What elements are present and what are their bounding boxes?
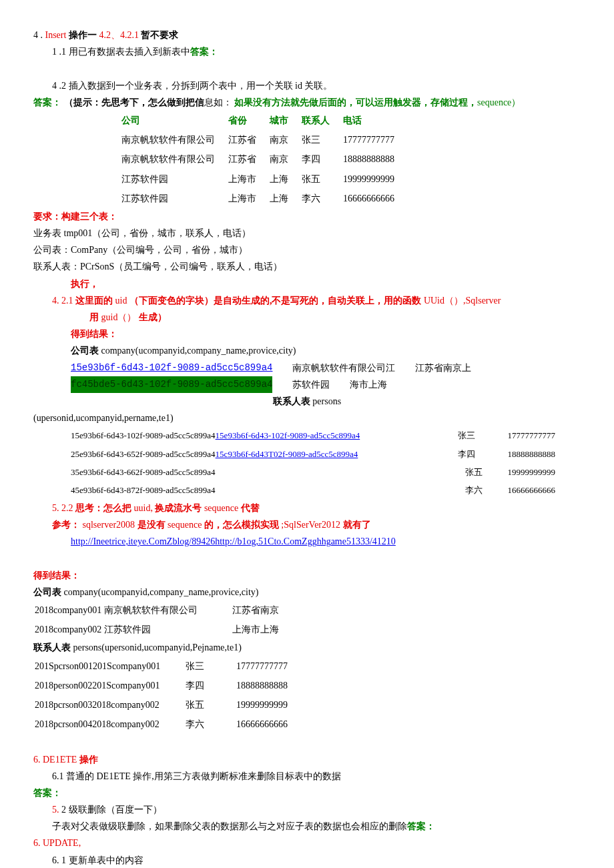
hint: （提示：先思考下，怎么做到 — [64, 97, 186, 107]
line-1-1: 1 .1 用已有数据表去插入到新表中答案： — [52, 43, 581, 60]
guid-highlight: fc45bde5-6d43-102f-9089-ad5cc5c899a4 — [71, 376, 272, 393]
tail-text: 暂不要求 — [141, 30, 178, 40]
title: UPDATE, — [43, 838, 81, 848]
seq: sequence — [168, 520, 202, 530]
guid-link[interactable]: 15e93b6f-6d43-102f-9089-ad5cc5c899a4 — [71, 360, 272, 376]
num: 4 .2 — [52, 81, 66, 91]
baxin: 把信 — [186, 97, 204, 107]
op: 操作 — [79, 755, 98, 765]
insert-keyword: Insert — [45, 30, 67, 40]
table-row: 南京帆软软件有限公司江苏省南京张三17777777777 — [120, 130, 406, 149]
col-city: 城市 — [268, 111, 300, 130]
c: 代替 — [241, 503, 260, 513]
b: 换成流水号 — [155, 503, 202, 513]
num: 4. 2.1 — [52, 296, 73, 306]
num: 5. — [52, 805, 59, 815]
requirement-label: 要求：构建三个表： — [33, 208, 581, 225]
section-4-2-1: 4. 2.1 这里面的 uid （下面变色的字块）是自动生成的,不是写死的，自动… — [52, 292, 581, 309]
company-row-2: fc45bde5-6d43-102f-9089-ad5cc5c899a4 苏软件… — [71, 376, 581, 393]
col-phone: 电话 — [342, 111, 406, 130]
uid: uid — [115, 296, 127, 306]
section-5-cascade-desc: 子表对父表做级联删除，如果删除父表的数据那么与之对应子表的数据也会相应的删除答案… — [52, 818, 581, 835]
exec-label: 执行， — [71, 276, 581, 292]
ver-text: 4.2、4.2.1 — [99, 30, 139, 40]
persons-cols: (upersonid,ucompanyid,pername,te1) — [33, 410, 581, 426]
section-4-2-1-cont: 用 guid（） 生成） — [89, 309, 581, 326]
comp2-label: 公司表 — [33, 587, 61, 597]
num: 1 .1 — [52, 47, 66, 57]
ref-link[interactable]: http://Ineetrice,iteye.ComZblog/89426htt… — [71, 536, 396, 546]
company2-table: 2018company001 南京帆软软件有限公司江苏省南京 2018compa… — [33, 600, 288, 639]
section-6-update: 6. UPDATE, — [33, 835, 581, 851]
table-row: 45e93b6f-6d43-872f-9089-ad5cc5c899a4李六16… — [67, 481, 559, 499]
del: DE1ETE — [97, 771, 131, 781]
result-label: 得到结果： — [71, 326, 581, 342]
line-4-header: 4 . Insert 操作一 4.2、4.2.1 暂不要求 — [33, 27, 581, 43]
b: 操作,用第三方表做判断标准来删除目标表中的数据 — [133, 771, 341, 781]
num: 6. — [33, 838, 41, 848]
table-row: 2018pcrson0042018company002李六16666666666 — [33, 715, 297, 734]
section-6-delete: 6. DE1ETE 操作 — [33, 751, 581, 768]
num: 5. 2.2 — [52, 503, 73, 513]
table-row: 2018person002201Scompany001李四18888888888 — [33, 676, 297, 695]
a: 这里面的 — [75, 296, 113, 306]
reference-line: 参考： sqlserver2008 是没有 sequence 的，怎么模拟实现 … — [52, 516, 581, 533]
table-row: 15e93b6f-6d43-102f-9089-ad5cc5c899a415e9… — [67, 426, 559, 444]
table-def-1: 业务表 tmp001（公司，省份，城市，联系人，电话） — [33, 225, 581, 242]
text: 用已有数据表去插入到新表中 — [69, 47, 190, 57]
table-def-3: 联系人表：PCrSonS（员工编号，公司编号，联系人，电话） — [33, 258, 581, 275]
d: ;SqlSerVer2012 — [281, 520, 340, 530]
persons-header-line: 联系人表 persons — [33, 393, 581, 410]
comp-label: 公司表 — [71, 346, 99, 356]
table-row: 35e93b6f-6d43-662f-9089-ad5cc5c899a4张五19… — [67, 463, 559, 481]
title: DE1ETE — [43, 755, 77, 765]
table-row: 南京帆软软件有限公司江苏省南京李四18888888888 — [120, 149, 406, 169]
table-row: 江苏软件园上海市上海张五19999999999 — [120, 169, 406, 189]
answer-label: 答案： — [190, 47, 218, 57]
col-contact: 联系人 — [300, 111, 342, 130]
table-row: 2018pcrson0032018company002张五19999999999 — [33, 695, 297, 715]
section-5-cascade: 5. 2 级联删除（百度一下） — [52, 801, 581, 818]
a: 思考：怎么把 — [75, 503, 131, 513]
business-table: 公司 省份 城市 联系人 电话 南京帆软软件有限公司江苏省南京张三1777777… — [120, 111, 406, 208]
guid: guid（） — [101, 312, 137, 322]
ref-label: 参考： — [52, 520, 80, 530]
persons2-header: 联系人表 persons(upersonid,ucompanyid,Pejnam… — [33, 639, 581, 656]
c: 用 — [89, 312, 99, 322]
col-province: 省份 — [227, 111, 268, 130]
seq: sequence） — [477, 97, 521, 107]
d: 生成） — [139, 312, 167, 322]
b: （下面变色的字块）是自动生成的,不是写死的，自动关联上，用的函数 — [129, 296, 422, 306]
persons2-table: 201Spcrson001201Scompany001张三17777777777… — [33, 657, 297, 735]
seq: sequence — [204, 503, 238, 513]
table-row: 25e93b6f-6d43-652f-9089-ad5cc5c899a415c9… — [67, 445, 559, 463]
table-row: 201Spcrson001201Scompany001张三17777777777 — [33, 657, 297, 676]
c: 的，怎么模拟实现 — [204, 520, 279, 530]
pers2-label: 联系人表 — [33, 642, 71, 653]
text: 2 级联删除（百度一下） — [61, 805, 162, 815]
comp-def: company(ucompanyid,company_name,provice,… — [99, 346, 296, 356]
text: 插入数据到一个业务表，分拆到两个表中，用一个关联 id 关联。 — [69, 81, 333, 91]
a: 普通的 — [66, 771, 94, 781]
ans: 答案： — [33, 97, 61, 107]
pers-label: 联系人表 — [273, 396, 310, 406]
num: 6. 1 — [52, 855, 66, 865]
text: 更新单表中的内容 — [69, 855, 143, 865]
num: 6. — [33, 755, 41, 765]
answer-label-2: 答案： — [33, 785, 581, 801]
uuid: UUid（）,Sqlserver — [424, 296, 501, 306]
section-6-1-update: 6. 1 更新单表中的内容 — [52, 852, 581, 868]
comp-name: 南京帆软软件有限公司江 — [292, 360, 395, 376]
table-row: 2018company001 南京帆软软件有限公司江苏省南京 — [33, 600, 288, 620]
num: 4 . — [33, 30, 43, 40]
header-row: 公司 省份 城市 联系人 电话 — [120, 111, 406, 130]
reference-link-line: http://Ineetrice,iteye.ComZblog/89426htt… — [71, 533, 581, 550]
persons-table: 15e93b6f-6d43-102f-9089-ad5cc5c899a415e9… — [67, 426, 559, 500]
table-row: 江苏软件园上海市上海李六16666666666 — [120, 189, 406, 208]
comp-loc: 海市上海 — [350, 376, 387, 393]
uuid: uuid, — [134, 503, 153, 513]
e: 就有了 — [343, 520, 371, 530]
op-text: 操作一 — [69, 30, 97, 40]
b: 是没有 — [137, 520, 166, 530]
table-def-2: 公司表：ComPany（公司编号，公司，省份，城市） — [33, 242, 581, 258]
